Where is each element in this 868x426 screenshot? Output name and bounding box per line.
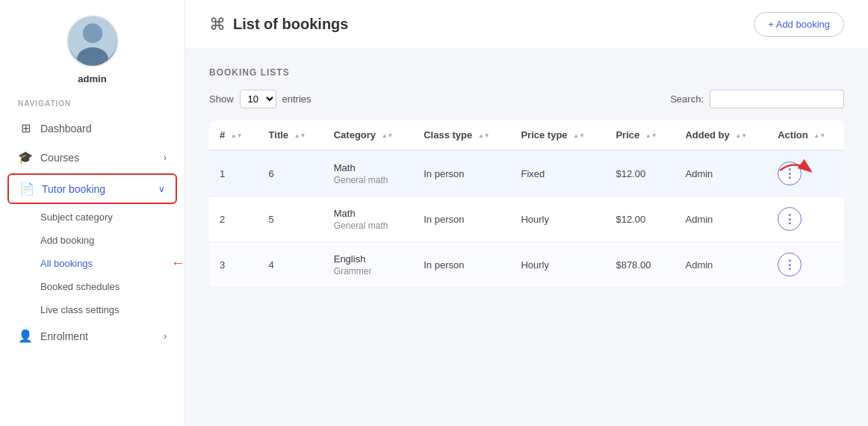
- red-arrow-left-icon: ←: [171, 256, 185, 271]
- page-title-wrap: ⌘ List of bookings: [209, 15, 348, 34]
- sidebar-item-dashboard[interactable]: ⊞ Dashboard: [0, 114, 185, 143]
- cell-action: ⋮: [767, 150, 844, 197]
- show-label: Show: [209, 93, 234, 105]
- sidebar-item-enrolment[interactable]: 👤 Enrolment ›: [0, 321, 185, 351]
- sidebar-item-courses[interactable]: 🎓 Courses ›: [0, 143, 185, 172]
- cell-title: 5: [258, 197, 323, 242]
- avatar: [66, 15, 119, 67]
- cell-price-type: Hourly: [510, 197, 605, 242]
- add-booking-button[interactable]: + Add booking: [754, 12, 844, 37]
- tutor-booking-icon: 📄: [19, 182, 34, 196]
- table-row: 1 6 Math General math In person Fixed $1…: [209, 150, 844, 197]
- cell-num: 1: [209, 150, 258, 197]
- enrolment-icon: 👤: [18, 329, 33, 343]
- table-header: # ▲▼ Title ▲▼ Category ▲▼ Class type ▲▼: [209, 120, 844, 150]
- search-label: Search:: [670, 93, 704, 105]
- admin-label: admin: [78, 73, 106, 84]
- page-title: List of bookings: [233, 16, 348, 33]
- sort-icon: ▲▼: [382, 133, 394, 139]
- sort-icon: ▲▼: [735, 133, 747, 139]
- sidebar: admin NAVIGATION ⊞ Dashboard 🎓 Courses ›…: [0, 0, 185, 426]
- tutor-booking-subnav: Subject category Add booking All booking…: [0, 206, 185, 321]
- cell-price-type: Hourly: [510, 242, 605, 288]
- show-entries-wrap: Show 10 25 50 entries: [209, 90, 311, 108]
- cell-category: Math General math: [323, 150, 414, 197]
- sort-icon: ▲▼: [231, 133, 243, 139]
- subnav-item-live-class-settings[interactable]: Live class settings: [0, 298, 185, 321]
- chevron-right-icon: ›: [164, 331, 167, 342]
- chevron-down-icon: ∨: [158, 184, 165, 194]
- table-body: 1 6 Math General math In person Fixed $1…: [209, 150, 844, 288]
- command-icon: ⌘: [209, 15, 226, 34]
- sidebar-item-label: Enrolment: [40, 330, 88, 342]
- main-header: ⌘ List of bookings + Add booking: [185, 0, 868, 49]
- cell-title: 6: [258, 150, 323, 197]
- cell-title: 4: [258, 242, 323, 288]
- cell-price: $12.00: [605, 197, 675, 242]
- action-menu-button[interactable]: ⋮: [778, 161, 802, 185]
- col-header-added-by: Added by ▲▼: [675, 120, 767, 150]
- main-body: BOOKING LISTS Show 10 25 50 entries Sear…: [185, 49, 868, 426]
- col-header-action: Action ▲▼: [767, 120, 844, 150]
- sort-icon: ▲▼: [813, 133, 825, 139]
- table-controls: Show 10 25 50 entries Search:: [209, 90, 844, 108]
- cell-added-by: Admin: [675, 242, 767, 288]
- courses-icon: 🎓: [18, 150, 33, 164]
- subnav-item-booked-schedules[interactable]: Booked schedules: [0, 275, 185, 298]
- dashboard-icon: ⊞: [18, 121, 33, 135]
- cell-class-type: In person: [413, 197, 510, 242]
- cell-category: Math General math: [323, 197, 414, 242]
- sidebar-item-label: Tutor booking: [42, 183, 105, 195]
- sidebar-item-label: Courses: [40, 152, 79, 164]
- cell-num: 3: [209, 242, 258, 288]
- table-row: 2 5 Math General math In person Hourly $…: [209, 197, 844, 242]
- entries-label: entries: [282, 93, 311, 105]
- cell-added-by: Admin: [675, 150, 767, 197]
- search-wrap: Search:: [670, 90, 844, 108]
- col-header-title: Title ▲▼: [258, 120, 323, 150]
- col-header-class-type: Class type ▲▼: [413, 120, 510, 150]
- main-content: ⌘ List of bookings + Add booking BOOKING…: [185, 0, 868, 426]
- svg-point-1: [82, 23, 102, 43]
- cell-class-type: In person: [413, 150, 510, 197]
- col-header-num: # ▲▼: [209, 120, 258, 150]
- subnav-item-add-booking[interactable]: Add booking: [0, 229, 185, 252]
- sidebar-item-tutor-booking-container: 📄 Tutor booking ∨: [0, 172, 185, 206]
- col-header-category: Category ▲▼: [323, 120, 414, 150]
- col-header-price: Price ▲▼: [605, 120, 675, 150]
- cell-class-type: In person: [413, 242, 510, 288]
- cell-num: 2: [209, 197, 258, 242]
- search-input[interactable]: [710, 90, 844, 108]
- bookings-table: # ▲▼ Title ▲▼ Category ▲▼ Class type ▲▼: [209, 120, 844, 288]
- action-menu-button[interactable]: ⋮: [778, 207, 802, 231]
- chevron-right-icon: ›: [164, 152, 167, 163]
- cell-price: $12.00: [605, 150, 675, 197]
- col-header-price-type: Price type ▲▼: [510, 120, 605, 150]
- sort-icon: ▲▼: [573, 133, 585, 139]
- cell-added-by: Admin: [675, 197, 767, 242]
- cell-action: ⋮: [767, 242, 844, 288]
- sort-icon: ▲▼: [478, 133, 490, 139]
- sort-icon: ▲▼: [294, 133, 306, 139]
- cell-category: English Grammer: [323, 242, 414, 288]
- cell-price: $878.00: [605, 242, 675, 288]
- cell-price-type: Fixed: [510, 150, 605, 197]
- table-row: 3 4 English Grammer In person Hourly $87…: [209, 242, 844, 288]
- subnav-item-subject-category[interactable]: Subject category: [0, 206, 185, 229]
- table-wrap: # ▲▼ Title ▲▼ Category ▲▼ Class type ▲▼: [209, 120, 844, 288]
- sidebar-item-label: Dashboard: [40, 123, 92, 135]
- section-label: BOOKING LISTS: [209, 67, 844, 78]
- sidebar-item-tutor-booking[interactable]: 📄 Tutor booking ∨: [7, 173, 177, 204]
- cell-action: ⋮: [767, 197, 844, 242]
- action-menu-button[interactable]: ⋮: [778, 253, 802, 277]
- nav-section-label: NAVIGATION: [0, 99, 71, 108]
- subnav-item-all-bookings[interactable]: All bookings: [0, 252, 168, 275]
- sort-icon: ▲▼: [645, 133, 657, 139]
- entries-select[interactable]: 10 25 50: [240, 90, 276, 108]
